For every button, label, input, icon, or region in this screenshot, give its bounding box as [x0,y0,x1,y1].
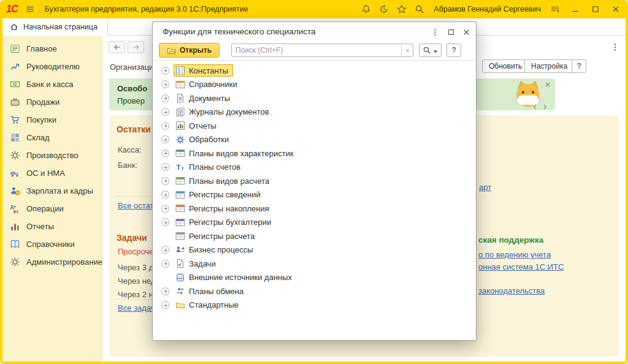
tree-item-cell[interactable]: Справочники [174,78,242,91]
banner-close-icon[interactable] [543,80,552,89]
tree-item-information-registers[interactable]: Регистры сведений [153,188,476,202]
sidebar-item-reports[interactable]: Отчеты [2,218,102,235]
back-button[interactable] [109,41,125,53]
dialog-menu-kebab-icon[interactable] [429,26,440,37]
history-icon[interactable] [378,3,390,15]
tree-item-cell[interactable]: Планы видов расчета [174,175,274,187]
support-link[interactable]: онная система 1С:ИТС [478,261,564,273]
expand-icon[interactable] [161,108,169,116]
close-button[interactable] [610,3,622,15]
sidebar-item-fixed-assets[interactable]: ОС и НМА [2,164,102,182]
tree-item-cell[interactable]: Отчеты [174,119,221,132]
right-column-link-fragment[interactable]: арт [479,183,491,192]
dialog-search-input[interactable] [232,44,401,56]
tree-item-cell[interactable]: Тт Планы счетов [174,161,245,173]
tree-item-calculation-registers[interactable]: Регистры расчета [153,229,476,243]
sidebar-item-bank-cash[interactable]: Банк и касса [2,75,102,93]
expand-icon[interactable] [161,150,169,157]
expand-icon[interactable] [161,67,169,75]
tree-item-chart-of-accounts[interactable]: Тт Планы счетов [153,161,476,175]
sidebar-item-purchases[interactable]: Покупки [2,111,102,129]
current-user[interactable]: Абрамов Геннадий Сергеевич [434,5,541,13]
expand-icon[interactable] [161,218,169,226]
tree-item-standard[interactable]: Стандартные [153,298,476,313]
all-balances-link[interactable]: Все остат [118,201,153,210]
sidebar-item-salary-hr[interactable]: Зарплата и кадры [2,182,102,200]
tree-item-characteristic-types[interactable]: Планы видов характеристик [153,146,476,161]
tree-item-constants[interactable]: Константы [153,64,476,78]
tree-item-cell[interactable]: Обработки [174,134,234,146]
tree-item-tasks[interactable]: Задачи [153,257,476,271]
page-help-button[interactable]: ? [572,59,586,73]
expand-icon[interactable] [161,246,169,254]
dialog-maximize-icon[interactable] [445,26,456,37]
tree-item-cell[interactable]: Задачи [174,257,221,270]
forward-button[interactable] [128,41,144,53]
main-menu-icon[interactable] [24,3,36,15]
tree-item-cell[interactable]: Константы [174,64,233,77]
tree-item-reports[interactable]: Отчеты [153,119,476,133]
tree-item-cell[interactable]: Регистры бухгалтерии [174,216,276,229]
expand-icon[interactable] [161,80,169,88]
tree-item-cell[interactable]: Планы видов характеристик [174,147,299,159]
sidebar-item-operations[interactable]: ДтКт Операции [2,200,102,218]
banner-prev-icon[interactable] [532,102,538,108]
expand-icon[interactable] [161,301,169,309]
task-row-label[interactable]: Через нед [118,275,155,288]
banner-next-icon[interactable] [542,102,548,108]
tree-item-external-data-sources[interactable]: Внешние источники данных [153,271,476,285]
tree-item-accounting-registers[interactable]: Регистры бухгалтерии [153,216,476,230]
tree-item-exchange-plans[interactable]: Планы обмена [153,284,476,298]
tree-item-documents[interactable]: Документы [153,91,476,105]
clear-search-icon[interactable] [401,44,413,56]
sidebar-item-main[interactable]: Главное [2,40,102,58]
sidebar-item-administration[interactable]: Администрирование [2,253,102,271]
tree-item-cell[interactable]: Внешние источники данных [174,271,297,284]
sidebar-item-manager[interactable]: Руководителю [2,58,102,75]
tree-item-data-processors[interactable]: Обработки [153,133,476,147]
refresh-button[interactable]: Обновить [482,59,529,73]
global-search-icon[interactable] [413,3,426,15]
expand-icon[interactable] [161,177,169,185]
expand-icon[interactable] [161,122,169,130]
notifications-bell-icon[interactable] [360,3,372,15]
page-menu-kebab-icon[interactable] [610,42,620,52]
tree-item-accumulation-registers[interactable]: Регистры накопления [153,202,476,216]
tree-item-calculation-types[interactable]: Планы видов расчета [153,174,476,188]
all-tasks-link[interactable]: Все задач [118,303,155,313]
tree-item-cell[interactable]: Регистры накопления [174,202,274,214]
tab-home[interactable]: Начальная страница [2,18,108,36]
expand-icon[interactable] [161,205,169,213]
tree-item-document-journals[interactable]: Журналы документов [153,105,476,119]
tree-item-cell[interactable]: Документы [174,92,235,104]
tree-item-cell[interactable]: Регистры сведений [174,189,266,201]
tree-item-cell[interactable]: Регистры расчета [174,230,259,242]
expand-icon[interactable] [161,287,169,295]
sidebar-item-sales[interactable]: Продажи [2,93,102,111]
sidebar-item-warehouse[interactable]: Склад [2,129,102,146]
expand-icon[interactable] [161,260,169,268]
open-button[interactable]: Открыть [159,43,220,58]
expand-icon[interactable] [161,163,169,171]
expand-icon[interactable] [161,135,169,143]
support-link[interactable]: о по ведению учета [478,249,564,261]
favorites-star-icon[interactable] [396,3,408,15]
tree-item-cell[interactable]: Планы обмена [174,285,248,297]
tree-item-cell[interactable]: Стандартные [174,299,243,311]
tree-item-business-processes[interactable]: Бизнес процессы [153,243,476,257]
task-row-label[interactable]: Через 3 д [118,261,155,275]
legislation-link-fragment[interactable]: законодательства [478,286,545,295]
dialog-close-icon[interactable] [461,26,472,37]
expand-icon[interactable] [161,191,169,199]
expand-icon[interactable] [161,94,169,102]
tree-item-catalogs[interactable]: Справочники [153,78,476,92]
service-icon[interactable] [549,3,561,15]
overdue-tasks-label[interactable]: Просроче [118,247,153,256]
dialog-help-button[interactable]: ? [446,44,461,57]
sidebar-item-directories[interactable]: Справочники [2,235,102,253]
tree-item-cell[interactable]: Журналы документов [174,106,274,118]
settings-button[interactable]: Настройка [524,59,574,73]
maximize-button[interactable] [589,3,602,15]
tree-item-cell[interactable]: Бизнес процессы [174,244,258,256]
minimize-button[interactable] [569,3,581,15]
